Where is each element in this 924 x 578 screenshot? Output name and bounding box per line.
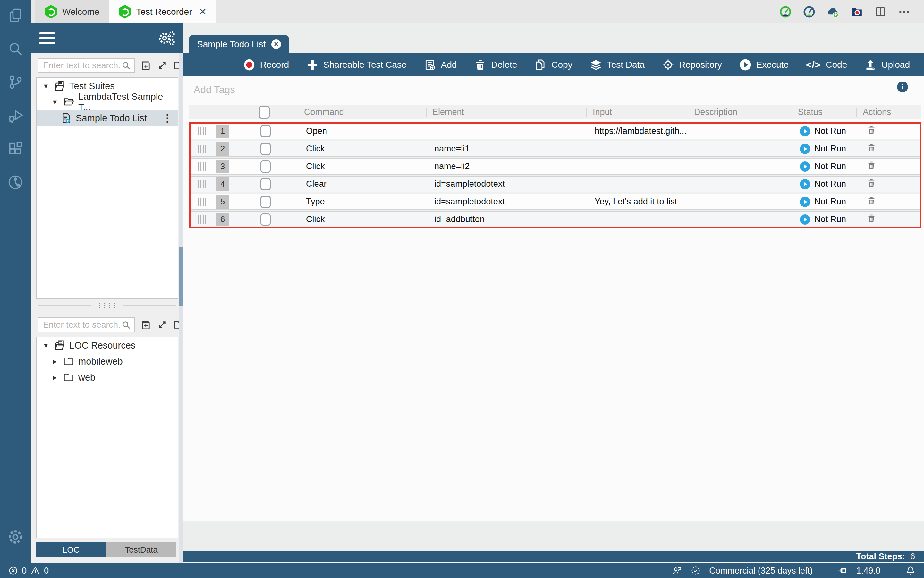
command-cell[interactable]: Open (299, 126, 427, 136)
explorer-files-button[interactable] (7, 7, 24, 24)
info-icon[interactable]: i (897, 81, 908, 93)
code-button[interactable]: </> Code (806, 59, 847, 70)
drag-handle[interactable] (191, 145, 213, 153)
delete-button[interactable]: Delete (474, 59, 517, 71)
table-row[interactable]: 1 Open https://lambdatest.gith... Not Ru… (191, 123, 920, 139)
tab-test-recorder[interactable]: Test Recorder ✕ (109, 0, 216, 23)
drag-handle[interactable] (191, 162, 213, 171)
input-cell[interactable]: Yey, Let's add it to list (587, 197, 689, 207)
command-cell[interactable]: Click (299, 161, 427, 171)
tree-item-web[interactable]: ▸ web (37, 369, 178, 385)
menu-icon[interactable] (39, 29, 55, 47)
extensions-button[interactable] (7, 141, 24, 157)
tab-testdata[interactable]: TestData (106, 542, 176, 557)
tree-item-lambdatest-folder[interactable]: ▾ LambdaTest Sample T... (37, 94, 178, 110)
panel-splitter[interactable] (31, 299, 183, 312)
copy-button[interactable]: Copy (534, 59, 572, 71)
element-cell[interactable]: id=addbutton (427, 214, 587, 224)
more-menu-button[interactable] (898, 5, 911, 18)
explorer-settings-button[interactable] (159, 31, 175, 45)
command-cell[interactable]: Click (299, 144, 427, 154)
explorer-scrollbar[interactable] (179, 53, 183, 563)
row-checkbox[interactable] (261, 161, 271, 173)
editor-tab-sample-todo-list[interactable]: Sample Todo List ✕ (189, 35, 289, 53)
element-cell[interactable]: id=sampletodotext (427, 197, 587, 207)
caret-down-icon[interactable]: ▾ (42, 81, 50, 91)
scrollbar-thumb[interactable] (179, 247, 183, 307)
expand-button[interactable] (157, 319, 168, 331)
table-row[interactable]: 6 Click id=addbutton Not Run (191, 212, 920, 227)
delete-step-button[interactable] (867, 142, 876, 153)
blue-gauge-button[interactable] (803, 5, 816, 18)
row-checkbox[interactable] (261, 213, 271, 226)
tab-close-icon[interactable]: ✕ (199, 6, 206, 17)
delete-step-button[interactable] (867, 125, 876, 135)
delete-step-button[interactable] (867, 160, 876, 171)
delete-step-button[interactable] (867, 213, 876, 224)
tab-loc[interactable]: LOC (36, 542, 106, 557)
drag-handle[interactable] (191, 215, 213, 224)
select-all-checkbox[interactable] (259, 106, 270, 119)
dependencies-button[interactable] (7, 174, 24, 191)
delete-step-button[interactable] (867, 195, 876, 206)
run-debug-button[interactable] (7, 107, 24, 124)
delete-step-button[interactable] (867, 177, 876, 188)
add-tags-input[interactable] (194, 82, 643, 97)
green-gauge-button[interactable] (779, 5, 792, 18)
element-cell[interactable]: id=sampletodotext (427, 179, 587, 189)
expand-button[interactable] (157, 60, 168, 71)
table-row[interactable]: 4 Clear id=sampletodotext Not Run (191, 177, 920, 192)
execute-button[interactable]: Execute (739, 59, 789, 71)
status-play-icon (800, 214, 810, 225)
drag-handle[interactable] (191, 198, 213, 206)
folder-record-button[interactable] (850, 5, 863, 18)
caret-right-icon[interactable]: ▸ (51, 373, 59, 382)
caret-right-icon[interactable]: ▸ (51, 357, 59, 366)
record-button[interactable]: Record (243, 59, 289, 71)
row-checkbox[interactable] (261, 143, 271, 155)
user-feedback-icon[interactable] (672, 565, 682, 576)
kebab-menu-icon[interactable]: ⋮ (162, 112, 173, 124)
source-control-button[interactable] (7, 74, 24, 91)
run-debug-icon (7, 107, 24, 124)
drag-handle[interactable] (191, 127, 213, 135)
tab-welcome[interactable]: Welcome (35, 0, 109, 23)
bell-icon[interactable] (905, 565, 916, 576)
code-icon: </> (806, 59, 821, 70)
command-cell[interactable]: Type (299, 197, 427, 207)
new-item-button[interactable] (140, 319, 151, 331)
drag-handle[interactable] (191, 180, 213, 188)
row-checkbox[interactable] (261, 196, 271, 208)
add-step-button[interactable]: Add (424, 59, 457, 71)
split-editor-button[interactable] (874, 5, 887, 18)
layers-icon (590, 59, 602, 71)
problems-indicator[interactable]: 0 0 (0, 566, 49, 576)
target-icon (662, 59, 674, 71)
row-checkbox[interactable] (261, 178, 271, 190)
table-row[interactable]: 2 Click name=li1 Not Run (191, 141, 920, 156)
caret-down-icon[interactable]: ▾ (51, 97, 59, 107)
suites-search-input[interactable] (43, 61, 121, 71)
table-row[interactable]: 3 Click name=li2 Not Run (191, 159, 920, 174)
upload-button[interactable]: Upload (864, 59, 910, 71)
row-checkbox[interactable] (261, 125, 271, 137)
search-panel-button[interactable] (7, 41, 24, 57)
tree-item-loc-resources[interactable]: ▾ LOC Resources (37, 337, 178, 353)
test-data-button[interactable]: Test Data (590, 59, 645, 71)
input-cell[interactable]: https://lambdatest.gith... (587, 126, 689, 136)
resources-search-input[interactable] (43, 320, 121, 330)
new-item-button[interactable] (140, 60, 151, 71)
table-row[interactable]: 5 Type id=sampletodotext Yey, Let's add … (191, 194, 920, 209)
settings-button[interactable] (7, 529, 24, 545)
command-cell[interactable]: Clear (299, 179, 427, 189)
cloud-add-button[interactable] (827, 5, 839, 18)
repository-button[interactable]: Repository (662, 59, 722, 71)
command-cell[interactable]: Click (299, 214, 427, 224)
element-cell[interactable]: name=li2 (427, 161, 587, 171)
step-number: 6 (216, 213, 229, 226)
caret-down-icon[interactable]: ▾ (42, 341, 50, 350)
element-cell[interactable]: name=li1 (427, 144, 587, 154)
editor-tab-close-icon[interactable]: ✕ (271, 39, 281, 49)
tree-item-mobileweb[interactable]: ▸ mobileweb (37, 353, 178, 369)
shareable-test-case-button[interactable]: Shareable Test Case (306, 59, 406, 71)
